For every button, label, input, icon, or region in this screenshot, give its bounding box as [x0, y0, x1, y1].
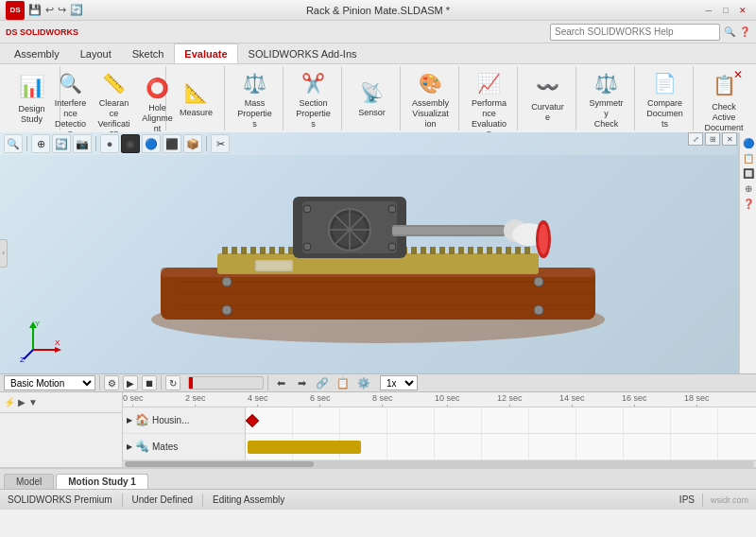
- tab-assembly[interactable]: Assembly: [4, 43, 70, 63]
- speed-select[interactable]: 1x 0.5x 2x: [380, 375, 418, 390]
- next-keyframe-btn[interactable]: ➡: [293, 374, 310, 391]
- tab-evaluate[interactable]: Evaluate: [174, 43, 237, 63]
- performance-evaluation-button[interactable]: 📈 PerformanceEvaluation: [467, 68, 511, 141]
- svg-rect-63: [257, 262, 291, 269]
- sensor-button[interactable]: 📡 Sensor: [352, 78, 392, 120]
- tl-filter-btn[interactable]: ⚡: [4, 397, 15, 407]
- viewport-tab-buttons: ⤢ ⊞ ✕: [688, 132, 737, 146]
- ribbon-tabs: Assembly Layout Sketch Evaluate SOLIDWOR…: [0, 43, 756, 64]
- ruler-mark-16: 16 sec: [622, 392, 647, 407]
- tl-expand-btn[interactable]: ▶: [18, 397, 26, 407]
- quick-save-icon[interactable]: 💾: [28, 4, 42, 16]
- svg-rect-9: [241, 247, 247, 254]
- motion-type-select[interactable]: Basic Motion Animation Motion Analysis: [4, 375, 95, 390]
- prev-keyframe-btn[interactable]: ⬅: [272, 374, 289, 391]
- sensor-label: Sensor: [358, 108, 386, 118]
- tab-sketch[interactable]: Sketch: [122, 43, 175, 63]
- app-edition-label: SOLIDWORKS Premium: [8, 494, 112, 505]
- playhead-mini[interactable]: [188, 376, 264, 390]
- svg-point-60: [222, 305, 232, 315]
- right-panel-icon-1[interactable]: 🔵: [742, 136, 755, 149]
- curvature-button[interactable]: 〰️ Curvature: [525, 72, 570, 125]
- minimize-button[interactable]: ─: [701, 3, 716, 18]
- ribbon-group-sensor: 📡 Sensor: [344, 66, 401, 130]
- title-text: Rack & Pinion Mate.SLDASM *: [306, 5, 450, 16]
- design-study-button[interactable]: 📊 Design Study: [8, 70, 57, 127]
- assembly-visualization-button[interactable]: 🎨 AssemblyVisualization: [408, 68, 453, 130]
- play-button[interactable]: ▶: [123, 375, 138, 390]
- editing-mode-label: Editing Assembly: [213, 494, 284, 505]
- interference-detection-button[interactable]: 🔍 InterferenceDetection: [51, 68, 91, 141]
- housing-track-content[interactable]: [246, 407, 756, 433]
- motion-settings-btn[interactable]: ⚙️: [355, 374, 372, 391]
- svg-text:Y: Y: [35, 320, 41, 328]
- help-icon[interactable]: ❓: [739, 26, 750, 37]
- tl-collapse-btn[interactable]: ▼: [28, 397, 38, 407]
- symmetry-check-button[interactable]: ⚖️ SymmetryCheck: [584, 68, 628, 130]
- timeline-scrollbar[interactable]: [123, 460, 756, 467]
- housing-expand-icon[interactable]: ▶: [127, 416, 132, 424]
- svg-point-42: [303, 205, 311, 213]
- maximize-button[interactable]: □: [718, 3, 733, 18]
- ruler-mark-6: 6 sec: [310, 392, 331, 407]
- right-panel-icon-5[interactable]: ❓: [742, 197, 755, 210]
- tab-solidworks-addins[interactable]: SOLIDWORKS Add-Ins: [238, 43, 368, 63]
- calc-button[interactable]: ⚙: [104, 375, 119, 390]
- svg-line-70: [24, 350, 33, 359]
- 3d-viewport[interactable]: [0, 132, 756, 373]
- tab-layout[interactable]: Layout: [70, 43, 122, 63]
- svg-rect-34: [477, 247, 483, 254]
- compare-documents-button[interactable]: 📄 CompareDocuments: [643, 68, 687, 130]
- section-properties-icon: ✂️: [301, 70, 327, 96]
- redo-icon[interactable]: ↪: [58, 4, 66, 16]
- tab-model[interactable]: Model: [4, 474, 54, 489]
- search-input[interactable]: [550, 24, 720, 41]
- check-active-document-label: Check ActiveDocument: [703, 102, 745, 132]
- mates-timeline-bar[interactable]: [248, 441, 361, 454]
- design-study-label: Design Study: [11, 104, 53, 125]
- mass-properties-button[interactable]: ⚖️ MassProperties: [232, 68, 277, 130]
- svg-rect-28: [421, 247, 426, 254]
- copy-btn[interactable]: 📋: [335, 374, 352, 391]
- coordinate-triad: Y X Z: [19, 317, 66, 364]
- link-btn[interactable]: 🔗: [314, 374, 331, 391]
- right-panel-icon-4[interactable]: ⊕: [742, 182, 755, 195]
- mates-track-row: ▶ 🔩 Mates: [123, 434, 756, 460]
- loop-button[interactable]: ↻: [165, 375, 180, 390]
- mates-track-content[interactable]: [246, 434, 756, 459]
- rebuild-icon[interactable]: 🔄: [70, 4, 83, 16]
- vp-fullscreen-btn[interactable]: ⤢: [688, 132, 703, 146]
- viewport: 🔍 ⊕ 🔄 📷 ● ◉ 🔵 ⬛ 📦 ✂ ›: [0, 132, 756, 373]
- housing-keyframe[interactable]: [246, 414, 259, 427]
- vp-split-btn[interactable]: ⊞: [705, 132, 720, 146]
- stop-button[interactable]: ⏹: [142, 375, 157, 390]
- section-properties-button[interactable]: ✂️ SectionProperties: [291, 68, 335, 130]
- ruler-mark-4: 4 sec: [248, 392, 268, 407]
- tab-motion-study-1[interactable]: Motion Study 1: [56, 474, 148, 489]
- ruler-mark-14: 14 sec: [559, 392, 585, 407]
- vp-close-btn[interactable]: ✕: [722, 132, 737, 146]
- title-left: DS 💾 ↩ ↪ 🔄: [6, 1, 83, 20]
- clearance-verification-button[interactable]: 📏 ClearanceVerification: [94, 68, 134, 141]
- triad-svg: Y X Z: [19, 317, 66, 364]
- section-properties-label: SectionProperties: [295, 98, 332, 129]
- compare-documents-label: CompareDocuments: [646, 98, 683, 129]
- right-panel-icon-3[interactable]: 🔲: [742, 166, 755, 180]
- right-panel-icon-2[interactable]: 📋: [742, 151, 755, 165]
- svg-rect-53: [392, 227, 506, 234]
- mass-properties-icon: ⚖️: [242, 70, 268, 96]
- close-button[interactable]: ✕: [735, 3, 750, 18]
- check-active-document-button[interactable]: 📋 ✕ Check ActiveDocument: [699, 68, 748, 134]
- sw-logo: DS: [6, 1, 25, 20]
- ribbon-group-compare: 📄 CompareDocuments: [637, 66, 694, 130]
- assembly-visualization-label: AssemblyVisualization: [412, 98, 449, 129]
- mates-expand-icon[interactable]: ▶: [127, 442, 132, 451]
- svg-rect-37: [506, 247, 511, 254]
- svg-rect-11: [260, 247, 266, 254]
- track-rows: ▶ 🏠 Housin... ▶ 🔩 Mates: [123, 407, 756, 460]
- mates-track-label: ▶ 🔩 Mates: [123, 434, 246, 459]
- measure-button[interactable]: 📐 Measure: [176, 78, 216, 120]
- search-icon[interactable]: 🔍: [724, 26, 735, 37]
- ribbon-group-symmetry: ⚖️ SymmetryCheck: [578, 66, 635, 130]
- undo-icon[interactable]: ↩: [45, 4, 54, 16]
